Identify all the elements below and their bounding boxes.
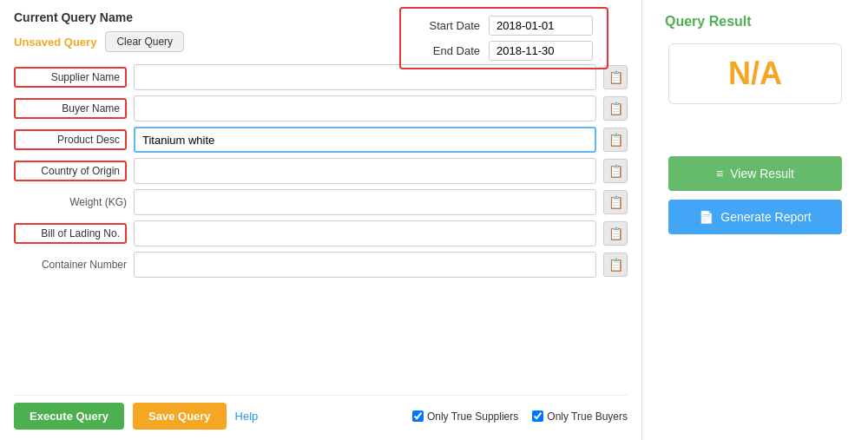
field-row-weight-kg: Weight (KG)📋: [14, 189, 628, 215]
help-link[interactable]: Help: [235, 410, 259, 423]
input-country-of-origin[interactable]: [134, 158, 596, 184]
result-box: N/A: [668, 43, 842, 104]
end-date-input[interactable]: [489, 41, 593, 61]
only-true-suppliers-checkbox[interactable]: [412, 410, 424, 422]
icon-country-of-origin[interactable]: 📋: [603, 159, 628, 183]
view-result-label: View Result: [730, 167, 794, 181]
execute-query-button[interactable]: Execute Query: [14, 403, 124, 430]
label-buyer-name: Buyer Name: [14, 98, 127, 119]
na-value: N/A: [728, 56, 782, 92]
label-container-number: Container Number: [14, 259, 127, 271]
input-weight-kg[interactable]: [134, 189, 596, 215]
start-date-label: Start Date: [415, 19, 480, 32]
end-date-label: End Date: [415, 44, 480, 57]
only-true-buyers-checkbox[interactable]: [532, 410, 543, 422]
generate-report-label: Generate Report: [720, 210, 811, 224]
label-bill-of-lading: Bill of Lading No.: [14, 223, 127, 244]
checkboxes-group: Only True Suppliers Only True Buyers: [412, 410, 628, 423]
only-true-buyers-text: Only True Buyers: [547, 410, 628, 423]
field-row-buyer-name: Buyer Name📋: [14, 95, 628, 121]
view-result-button[interactable]: ≡ View Result: [668, 156, 842, 191]
generate-report-icon: 📄: [699, 210, 713, 224]
right-panel: Query Result N/A ≡ View Result 📄 Generat…: [642, 0, 868, 440]
save-query-button[interactable]: Save Query: [133, 403, 227, 430]
only-true-buyers-label[interactable]: Only True Buyers: [532, 410, 628, 423]
input-bill-of-lading[interactable]: [134, 220, 596, 246]
field-row-product-desc: Product Desc📋: [14, 127, 628, 153]
field-rows: Supplier Name📋Buyer Name📋Product Desc📋Co…: [14, 64, 628, 386]
field-row-country-of-origin: Country of Origin📋: [14, 158, 628, 184]
input-container-number[interactable]: [134, 252, 596, 278]
clear-query-button[interactable]: Clear Query: [105, 31, 184, 52]
unsaved-query-text: Unsaved Query: [14, 36, 96, 49]
icon-bill-of-lading[interactable]: 📋: [603, 221, 628, 246]
only-true-suppliers-text: Only True Suppliers: [427, 410, 518, 423]
view-result-icon: ≡: [716, 167, 723, 181]
icon-buyer-name[interactable]: 📋: [603, 96, 628, 121]
generate-report-button[interactable]: 📄 Generate Report: [668, 200, 842, 234]
label-country-of-origin: Country of Origin: [14, 161, 127, 181]
label-product-desc: Product Desc: [14, 129, 127, 150]
date-section: Start Date End Date: [399, 7, 608, 69]
label-weight-kg: Weight (KG): [14, 196, 127, 208]
label-supplier-name: Supplier Name: [14, 67, 127, 88]
input-product-desc[interactable]: [134, 127, 596, 153]
start-date-input[interactable]: [489, 16, 593, 36]
field-row-container-number: Container Number📋: [14, 252, 628, 278]
icon-product-desc[interactable]: 📋: [603, 128, 628, 152]
icon-weight-kg[interactable]: 📋: [603, 190, 628, 214]
input-buyer-name[interactable]: [134, 95, 596, 121]
only-true-suppliers-label[interactable]: Only True Suppliers: [412, 410, 518, 423]
icon-container-number[interactable]: 📋: [603, 253, 628, 277]
field-row-bill-of-lading: Bill of Lading No.📋: [14, 220, 628, 246]
bottom-bar: Execute Query Save Query Help Only True …: [14, 395, 628, 430]
query-result-title: Query Result: [665, 14, 752, 30]
